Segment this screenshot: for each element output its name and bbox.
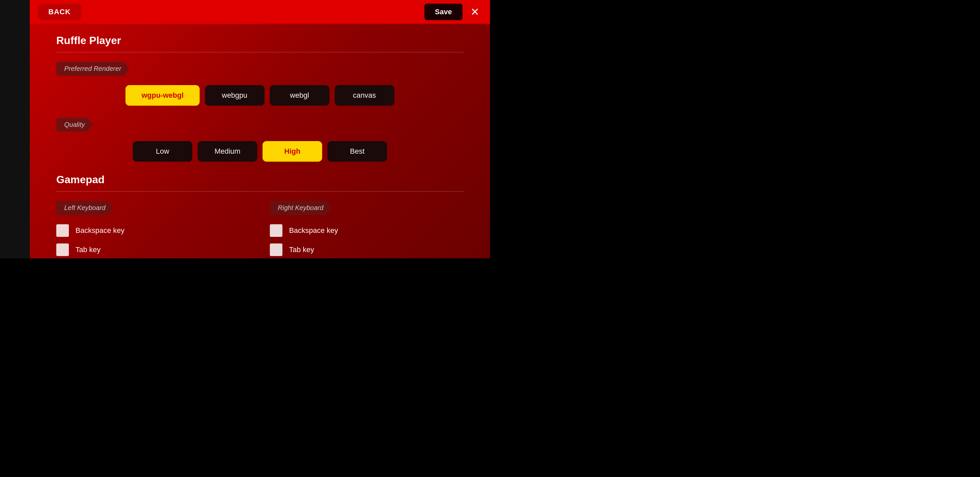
right-tab-item: Tab key [270, 244, 463, 256]
right-backspace-item: Backspace key [270, 224, 463, 237]
back-button[interactable]: BACK [38, 4, 81, 20]
main-content: BACK Save ✕ Ruffle Player Preferred Rend… [30, 0, 490, 258]
close-button[interactable]: ✕ [468, 4, 482, 20]
left-tab-label: Tab key [75, 246, 101, 254]
left-keyboard-label: Left Keyboard [56, 201, 114, 215]
left-backspace-item: Backspace key [56, 224, 250, 237]
quality-button-group: Low Medium High Best [56, 141, 463, 162]
keyboard-columns: Left Keyboard Backspace key Tab key Ente… [56, 201, 463, 258]
renderer-option-canvas[interactable]: canvas [335, 85, 394, 106]
sidebar [0, 0, 30, 258]
save-button[interactable]: Save [425, 4, 463, 20]
gamepad-section: Gamepad Left Keyboard Backspace key Tab … [56, 174, 463, 258]
left-backspace-checkbox[interactable] [56, 224, 69, 237]
renderer-option-webgl[interactable]: webgl [270, 85, 329, 106]
renderer-option-webgpu[interactable]: webgpu [205, 85, 264, 106]
gamepad-title: Gamepad [56, 174, 463, 186]
right-keyboard-col: Right Keyboard Backspace key Tab key Ent… [270, 201, 463, 258]
content-area: Ruffle Player Preferred Renderer wgpu-we… [30, 24, 490, 258]
left-backspace-label: Backspace key [75, 226, 124, 235]
quality-label: Quality [56, 118, 93, 132]
renderer-option-wgpu-webgl[interactable]: wgpu-webgl [126, 85, 199, 106]
header-actions: Save ✕ [425, 4, 482, 20]
left-keyboard-col: Left Keyboard Backspace key Tab key Ente… [56, 201, 250, 258]
ruffle-player-title: Ruffle Player [56, 34, 463, 47]
ruffle-player-section: Ruffle Player Preferred Renderer wgpu-we… [56, 34, 463, 162]
right-backspace-label: Backspace key [289, 226, 338, 235]
gamepad-divider [56, 191, 463, 191]
left-tab-item: Tab key [56, 244, 250, 256]
quality-option-high[interactable]: High [262, 141, 322, 162]
renderer-label: Preferred Renderer [56, 62, 129, 76]
right-keyboard-label: Right Keyboard [270, 201, 331, 215]
app-container: BACK Save ✕ Ruffle Player Preferred Rend… [0, 0, 490, 258]
left-tab-checkbox[interactable] [56, 244, 69, 256]
header: BACK Save ✕ [30, 0, 490, 24]
right-backspace-checkbox[interactable] [270, 224, 282, 237]
quality-option-low[interactable]: Low [133, 141, 192, 162]
quality-option-best[interactable]: Best [328, 141, 387, 162]
right-tab-checkbox[interactable] [270, 244, 282, 256]
quality-option-medium[interactable]: Medium [198, 141, 257, 162]
renderer-button-group: wgpu-webgl webgpu webgl canvas [56, 85, 463, 106]
right-tab-label: Tab key [289, 246, 314, 254]
